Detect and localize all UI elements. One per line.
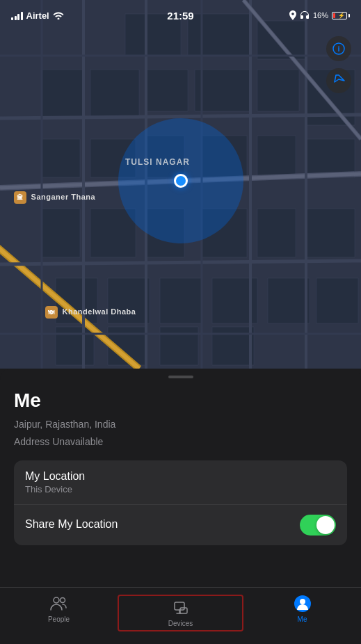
share-location-toggle[interactable]	[300, 515, 336, 536]
my-location-row: My Location This Device	[14, 460, 347, 504]
location-icon	[289, 10, 296, 20]
place-sanganer-thana: 🏛 Sanganer Thana	[14, 191, 95, 204]
carrier-label: Airtel	[26, 10, 49, 21]
svg-rect-26	[268, 278, 310, 323]
map-view[interactable]: 🏛 Sanganer Thana 🍽 Khandelwal Dhaba TULS…	[0, 0, 361, 369]
people-icon	[50, 595, 68, 613]
sheet-title: Me	[14, 389, 347, 412]
my-location-device: This Device	[25, 484, 336, 494]
people-tab-label: People	[48, 615, 70, 623]
svg-rect-53	[180, 608, 187, 613]
svg-rect-30	[160, 327, 198, 365]
svg-rect-7	[195, 70, 250, 111]
address-status: Address Unavailable	[14, 435, 347, 449]
signal-bars	[11, 11, 23, 20]
tab-me[interactable]: Me	[243, 595, 361, 623]
me-tab-label: Me	[298, 615, 307, 623]
svg-point-50	[54, 597, 59, 603]
svg-rect-20	[257, 209, 296, 257]
tab-people[interactable]: People	[0, 595, 118, 623]
svg-rect-31	[212, 327, 254, 365]
svg-rect-16	[42, 209, 80, 257]
time-display: 21:59	[167, 10, 193, 22]
devices-icon	[172, 599, 190, 617]
food-icon: 🍽	[45, 306, 58, 319]
battery-indicator: ⚡	[332, 12, 350, 19]
my-location-title: My Location	[25, 470, 336, 483]
location-text: Jaipur, Rajasthan, India	[14, 417, 347, 432]
svg-point-57	[300, 599, 305, 604]
svg-rect-28	[56, 327, 94, 365]
svg-rect-5	[90, 70, 139, 118]
location-button[interactable]	[326, 68, 351, 93]
place-khandelwal-dhaba: 🍽 Khandelwal Dhaba	[45, 306, 136, 319]
svg-rect-8	[257, 70, 299, 111]
tab-bar: People Devices Me	[0, 587, 361, 644]
svg-rect-4	[42, 70, 83, 118]
navigation-icon	[332, 74, 345, 87]
toggle-knob	[316, 516, 335, 534]
battery-percentage: 16%	[313, 11, 328, 19]
svg-point-51	[60, 598, 65, 603]
svg-text:i: i	[337, 45, 339, 53]
status-bar: Airtel 21:59 16% ⚡	[0, 0, 361, 31]
share-location-row: Share My Location	[14, 504, 347, 545]
svg-rect-14	[257, 136, 296, 177]
wifi-icon	[53, 11, 64, 19]
svg-rect-52	[175, 602, 184, 610]
status-right: 16% ⚡	[289, 10, 350, 20]
svg-rect-10	[42, 139, 80, 177]
svg-rect-21	[306, 209, 355, 257]
sheet-content: Me Jaipur, Rajasthan, India Address Unav…	[0, 378, 361, 545]
svg-rect-6	[146, 70, 188, 111]
svg-rect-27	[316, 278, 358, 323]
police-icon: 🏛	[14, 191, 26, 204]
headphones-icon	[300, 11, 310, 20]
status-left: Airtel	[11, 10, 64, 21]
me-icon	[294, 595, 312, 613]
location-card: My Location This Device Share My Locatio…	[14, 460, 347, 545]
tab-devices[interactable]: Devices	[118, 595, 243, 631]
info-button[interactable]: i	[326, 36, 351, 61]
svg-rect-24	[160, 278, 202, 323]
devices-tab-label: Devices	[168, 620, 193, 627]
location-name-label: TULSI NAGAR	[125, 157, 190, 167]
share-location-title: Share My Location	[25, 518, 118, 531]
